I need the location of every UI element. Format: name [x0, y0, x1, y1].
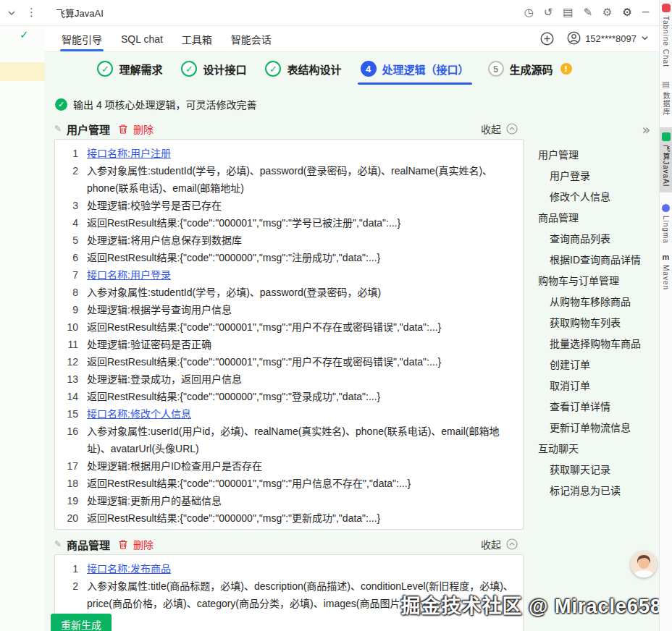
step-label: 生成源码	[510, 62, 553, 77]
list-item: 18返回RestResult结果:{"code":"000001","msg":…	[61, 475, 517, 492]
line-text: 返回RestResult结果:{"code":"000001","msg":"用…	[87, 353, 517, 370]
line-text: 处理逻辑:根据学号查询用户信息	[87, 301, 517, 318]
line-number: 17	[61, 457, 78, 475]
collapse-button[interactable]: 收起	[481, 537, 501, 551]
line-number: 11	[61, 336, 78, 353]
step-number: 4	[361, 61, 377, 77]
tab-smart-session[interactable]: 智能会话	[222, 26, 281, 51]
trash-icon[interactable]	[118, 539, 128, 550]
trash-icon[interactable]	[118, 124, 128, 135]
outline-item[interactable]: 根据ID查询商品详情	[534, 250, 658, 271]
list-item: 17处理逻辑:根据用户ID检查用户是否存在	[61, 457, 517, 475]
edit-icon: ✎	[54, 124, 62, 133]
history-icon[interactable]: ↺	[544, 7, 553, 18]
minimize-icon[interactable]: ─	[642, 7, 649, 18]
interface-link[interactable]: 接口名称:用户注册	[87, 145, 517, 162]
account-number: 152****8097	[585, 33, 637, 44]
list-item: 3处理逻辑:校验学号是否已存在	[61, 197, 517, 214]
outline-item[interactable]: 查询商品列表	[534, 229, 658, 250]
list-item: 12返回RestResult结果:{"code":"000001","msg":…	[61, 353, 517, 370]
card-icon[interactable]: ▤	[563, 7, 573, 18]
edit-icon[interactable]: ✎	[583, 7, 592, 18]
tab-sql-chat[interactable]: SQL chat	[112, 26, 172, 51]
gutter-check-icon: ✓	[20, 30, 29, 41]
line-text: 处理逻辑:更新用户的基础信息	[87, 492, 517, 509]
kebab-menu-icon[interactable]: ⋮	[26, 7, 37, 18]
chevron-up-circle-icon[interactable]	[506, 123, 518, 135]
outline-item[interactable]: 获取聊天记录	[534, 460, 658, 480]
chevron-up-circle-icon[interactable]	[506, 538, 518, 550]
list-item: 2入参对象属性:studentId(学号，必填)、password(登录密码，必…	[61, 162, 517, 197]
interface-list: 1接口名称:发布商品 2入参对象属性:title(商品标题，必填)、descri…	[54, 554, 524, 631]
outline-item[interactable]: 修改个人信息	[534, 187, 658, 208]
line-text: 入参对象属性:userId(用户id，必填)、realName(真实姓名)、ph…	[87, 423, 517, 457]
line-text: 入参对象属性:title(商品标题，必填)、description(商品描述)、…	[87, 577, 517, 612]
tool-tab-tabnine[interactable]: Tabnine Chat	[660, 0, 672, 67]
outline-item[interactable]: 用户管理	[534, 145, 658, 166]
outline-item[interactable]: 从购物车移除商品	[534, 292, 658, 313]
step-processing-logic[interactable]: 4 处理逻辑（接口）	[361, 61, 469, 77]
outline-item[interactable]: 批量选择购物车商品	[534, 334, 658, 355]
step-understand-requirements[interactable]: ✓ 理解需求	[97, 61, 162, 77]
step-generate-source[interactable]: 5 生成源码 !	[488, 61, 572, 77]
collapse-panel-icon[interactable]: »	[642, 123, 650, 137]
line-text: 返回RestResult结果:{"code":"000000","msg":"注…	[87, 249, 517, 266]
line-number: 16	[61, 423, 78, 457]
section-user-management: ✎ 用户管理 删除 收起 1接口名称:用户注册	[45, 119, 525, 530]
ide-tool-strip: Tabnine Chat ▤ 数据库 飞算JavaAI Lingma m Mav…	[659, 0, 672, 631]
section-title: 用户管理	[67, 122, 110, 137]
tab-smart-guide[interactable]: 智能引导	[52, 26, 112, 51]
outline-item[interactable]: 互动聊天	[534, 439, 658, 460]
tool-tab-feisuan-javaai[interactable]: 飞算JavaAI	[660, 127, 672, 192]
timer-icon[interactable]: ◷	[524, 7, 534, 18]
window-title: 飞算JavaAI	[56, 6, 104, 20]
outline-item[interactable]: 用户登录	[534, 166, 658, 187]
line-number: 19	[61, 492, 78, 509]
warning-icon: !	[560, 63, 572, 75]
step-label: 理解需求	[119, 62, 162, 77]
tab-label: SQL chat	[121, 33, 163, 45]
outline-item[interactable]: 更新订单物流信息	[534, 418, 658, 439]
tool-tab-label: Lingma	[662, 216, 670, 244]
step-number: 5	[488, 61, 504, 77]
collapse-button[interactable]: 收起	[481, 122, 501, 136]
regenerate-button[interactable]: 重新生成	[51, 614, 112, 631]
outline-item[interactable]: 商品管理	[534, 208, 658, 229]
outline-item[interactable]: 创建订单	[534, 355, 658, 376]
interface-link[interactable]: 接口名称:修改个人信息	[87, 405, 517, 423]
delete-button[interactable]: 删除	[133, 537, 154, 551]
account-menu[interactable]: 152****8097	[567, 31, 649, 47]
line-text: 返回RestResult结果:{"code":"000001","msg":"用…	[87, 318, 517, 336]
add-session-icon[interactable]	[540, 32, 554, 46]
step-design-interface[interactable]: ✓ 设计接口	[181, 61, 246, 77]
outline-item[interactable]: 标记消息为已读	[534, 480, 658, 501]
interface-outline: 用户管理 用户登录 修改个人信息 商品管理 查询商品列表 根据ID查询商品详情 …	[534, 145, 658, 501]
line-text: 返回RestResult结果:{"code":"000001","msg":"用…	[87, 475, 517, 492]
outline-item[interactable]: 获取购物车列表	[534, 313, 658, 334]
delete-button[interactable]: 删除	[133, 122, 154, 136]
outline-item[interactable]: 查看订单详情	[534, 397, 658, 418]
user-icon	[567, 31, 581, 47]
chevron-down-icon[interactable]	[7, 9, 16, 17]
line-number: 13	[61, 370, 78, 388]
line-text: 入参对象属性:studentId(学号，必填)、password(登录密码，必填…	[87, 162, 517, 197]
assistant-avatar[interactable]	[631, 551, 657, 577]
plugin-tabbar: 智能引导 SQL chat 工具箱 智能会话 152****8097	[45, 26, 659, 52]
section-title: 商品管理	[67, 537, 110, 552]
line-text: 返回RestResult结果:{"code":"000000","msg":"登…	[87, 388, 517, 405]
line-text: 处理逻辑:根据用户ID检查用户是否存在	[87, 457, 517, 475]
list-item: 19处理逻辑:更新用户的基础信息	[61, 492, 517, 509]
step-table-design[interactable]: ✓ 表结构设计	[265, 61, 341, 77]
outline-item[interactable]: 购物车与订单管理	[534, 271, 658, 292]
tool-tab-maven[interactable]: m Maven	[660, 253, 672, 290]
outline-item[interactable]: 取消订单	[534, 376, 658, 397]
line-text: 处理逻辑:登录成功，返回用户信息	[87, 370, 517, 388]
gear-icon[interactable]: ⚙	[602, 7, 612, 18]
settings-gear-icon[interactable]: ⚙	[623, 7, 632, 18]
interface-link[interactable]: 接口名称:发布商品	[87, 560, 517, 577]
list-item: 5处理逻辑:将用户信息保存到数据库	[61, 232, 517, 249]
interface-link[interactable]: 接口名称:用户登录	[87, 266, 517, 284]
tool-tab-database[interactable]: ▤ 数据库	[660, 67, 672, 116]
tab-toolbox[interactable]: 工具箱	[172, 26, 222, 51]
tool-tab-lingma[interactable]: Lingma	[660, 204, 672, 244]
